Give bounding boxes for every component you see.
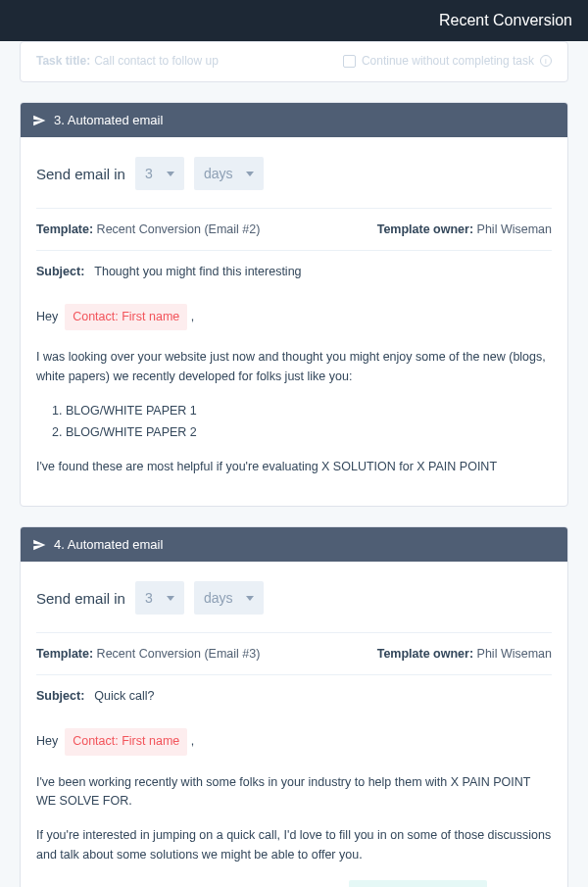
subject-label: Subject:	[36, 265, 84, 278]
email-body[interactable]: Hey Contact: First name , I've been work…	[36, 703, 552, 887]
body-paragraph: I've found these are most helpful if you…	[36, 458, 552, 476]
greeting: Hey	[36, 734, 58, 748]
info-icon[interactable]: i	[540, 55, 552, 67]
owner-label: Template owner:	[377, 222, 473, 236]
delay-number-select[interactable]: 3	[135, 581, 184, 615]
send-delay-label: Send email in	[36, 590, 125, 607]
chevron-down-icon	[246, 172, 254, 176]
body-list: BLOG/WHITE PAPER 1 BLOG/WHITE PAPER 2	[36, 402, 552, 442]
greeting: Hey	[36, 310, 58, 323]
subject-value: Quick call?	[94, 689, 154, 703]
contact-firstname-token[interactable]: Contact: First name	[65, 304, 187, 330]
step-4-card: 4. Automated email Send email in 3 days …	[20, 526, 568, 887]
chevron-down-icon	[246, 596, 254, 601]
body-paragraph: I was looking over your website just now…	[36, 348, 552, 386]
task-title-label: Task title:	[36, 54, 90, 68]
send-delay-label: Send email in	[36, 166, 125, 182]
meetings-link-token[interactable]: Sender's meetings link	[349, 880, 487, 887]
task-title-value: Call contact to follow up	[94, 54, 219, 68]
body-paragraph: If you're interested in jumping on a qui…	[36, 826, 552, 864]
divider	[36, 632, 552, 633]
owner-value: Phil Wiseman	[477, 647, 552, 661]
step-3-title: 3. Automated email	[54, 113, 163, 127]
continue-checkbox[interactable]	[343, 55, 356, 68]
body-paragraph: I've been working recently with some fol…	[36, 773, 552, 812]
owner-label: Template owner:	[377, 647, 473, 661]
step-4-header[interactable]: 4. Automated email	[21, 527, 567, 562]
paper-plane-icon	[32, 114, 46, 127]
continue-label: Continue without completing task	[362, 54, 534, 68]
delay-number-select[interactable]: 3	[135, 157, 184, 190]
contact-firstname-token[interactable]: Contact: First name	[65, 728, 187, 755]
subject-value: Thought you might find this interesting	[94, 265, 301, 278]
divider	[36, 674, 552, 675]
template-label: Template:	[36, 647, 93, 661]
paper-plane-icon	[32, 538, 46, 552]
divider	[36, 250, 552, 251]
task-card: Task title: Call contact to follow up Co…	[20, 41, 568, 82]
template-value: Recent Conversion (Email #3)	[97, 647, 261, 661]
list-item: BLOG/WHITE PAPER 1	[66, 402, 552, 420]
content-area: Task title: Call contact to follow up Co…	[0, 41, 588, 887]
list-item: BLOG/WHITE PAPER 2	[66, 423, 552, 442]
divider	[36, 208, 552, 209]
top-bar: Recent Conversion	[0, 0, 588, 41]
email-body[interactable]: Hey Contact: First name , I was looking …	[36, 278, 552, 476]
template-label: Template:	[36, 222, 93, 236]
comma: ,	[191, 734, 194, 748]
chevron-down-icon	[167, 172, 174, 176]
delay-unit-select[interactable]: days	[194, 157, 265, 190]
delay-unit-select[interactable]: days	[194, 581, 265, 615]
comma: ,	[191, 310, 194, 323]
template-value: Recent Conversion (Email #2)	[97, 222, 261, 236]
step-3-header[interactable]: 3. Automated email	[21, 103, 567, 137]
step-3-card: 3. Automated email Send email in 3 days …	[20, 102, 568, 507]
owner-value: Phil Wiseman	[477, 222, 552, 236]
subject-label: Subject:	[36, 689, 84, 703]
chevron-down-icon	[167, 596, 174, 601]
step-4-title: 4. Automated email	[54, 537, 163, 552]
page-title: Recent Conversion	[439, 12, 572, 29]
